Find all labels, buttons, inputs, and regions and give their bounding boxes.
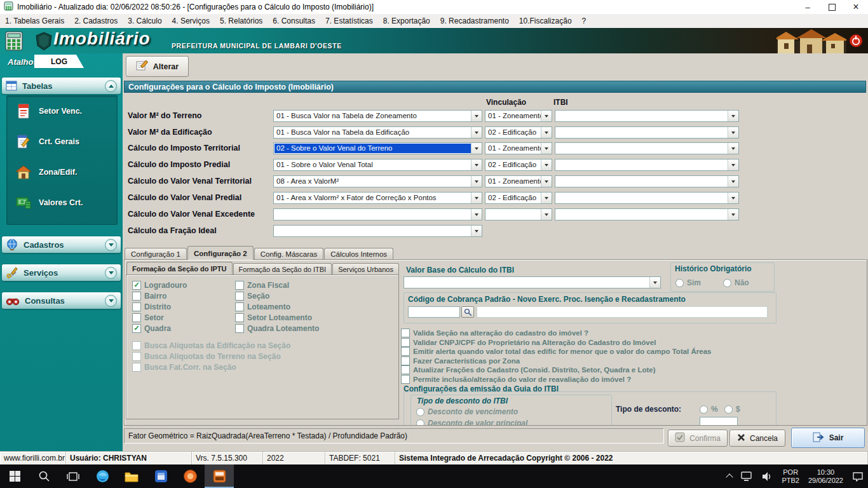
checkbox-bairro[interactable]: Bairro — [132, 292, 166, 301]
chevron-down-icon[interactable] — [471, 226, 482, 236]
checkbox-logradouro[interactable]: ✓Logradouro — [132, 281, 187, 290]
chevron-down-icon[interactable] — [471, 193, 482, 203]
radio-desconto-valor-principal[interactable]: Desconto de valor principal — [416, 419, 527, 426]
chevron-down-icon[interactable] — [471, 143, 482, 154]
menu-help[interactable]: ? — [577, 15, 592, 27]
chevron-down-icon[interactable] — [541, 127, 552, 138]
chevron-down-icon[interactable] — [728, 127, 738, 138]
checkbox-box[interactable] — [401, 338, 410, 347]
checkbox-box[interactable] — [401, 347, 410, 356]
menu-calculo[interactable]: 3. Cálculo — [123, 15, 166, 27]
checkbox-loteamento[interactable]: Loteamento — [235, 302, 290, 311]
sidebar-item-crt-gerais[interactable]: Crt. Gerais — [13, 133, 79, 151]
chevron-down-icon[interactable] — [541, 143, 552, 154]
checkbox-box[interactable] — [132, 352, 141, 361]
menu-recadastramento[interactable]: 9. Recadastramento — [435, 15, 514, 27]
chevron-up-icon[interactable] — [105, 80, 117, 92]
chevron-down-icon[interactable] — [471, 209, 482, 220]
app-blue-button[interactable] — [146, 464, 175, 488]
close-button[interactable]: × — [844, 0, 868, 14]
radio-percentual[interactable]: % — [700, 405, 718, 414]
itbi-dropdown[interactable] — [555, 159, 739, 171]
menu-exportacao[interactable]: 8. Exportação — [378, 15, 435, 27]
chevron-down-icon[interactable] — [728, 176, 738, 187]
checkbox-validar-cnpj-cpf[interactable]: Validar CNPJ/CPF do Proprietário na Alte… — [401, 338, 656, 347]
menu-consultas[interactable]: 6. Consultas — [268, 15, 320, 27]
radio-button[interactable] — [724, 405, 733, 414]
chevron-down-icon[interactable] — [541, 209, 552, 220]
edge-browser-button[interactable] — [88, 464, 117, 488]
value-dropdown[interactable]: 01 - Busca Valor na Tabela da Edificação — [273, 126, 482, 139]
itbi-dropdown[interactable] — [555, 142, 739, 154]
tab-configuracao-2[interactable]: Configuração 2 — [187, 246, 254, 260]
checkbox-secao[interactable]: Seção — [235, 292, 269, 301]
chevron-down-icon[interactable] — [471, 159, 482, 170]
checkbox-box[interactable] — [235, 324, 244, 333]
checkbox-box[interactable] — [132, 302, 141, 311]
chevron-down-icon[interactable] — [105, 239, 117, 251]
minimize-button[interactable]: – — [796, 0, 820, 14]
vinculacao-dropdown[interactable]: 01 - Zoneamento — [485, 142, 552, 154]
sair-button[interactable]: Sair — [791, 428, 865, 448]
radio-button[interactable] — [675, 279, 684, 287]
start-button[interactable] — [0, 464, 29, 488]
vinculacao-dropdown[interactable]: 02 - Edificação — [485, 192, 552, 204]
vinculacao-dropdown[interactable]: 01 - Zoneamento — [485, 110, 552, 122]
checkbox-box[interactable] — [235, 292, 244, 301]
checkbox-setor-loteamento[interactable]: Setor Loteamento — [235, 313, 312, 322]
language-indicator[interactable]: POR PTB2 — [777, 464, 804, 488]
sidebar-item-zona-edif[interactable]: Zona/Edif. — [13, 163, 77, 181]
log-tab[interactable]: LOG — [34, 55, 84, 68]
chevron-down-icon[interactable] — [541, 193, 552, 203]
sidebar-group-servicos[interactable]: Serviços — [2, 264, 121, 281]
network-icon[interactable] — [736, 464, 757, 488]
menu-tabelas-gerais[interactable]: 1. Tabelas Gerais — [0, 15, 69, 27]
codigo-cobranca-input[interactable] — [408, 306, 460, 318]
vinculacao-dropdown[interactable] — [485, 208, 552, 220]
chevron-down-icon[interactable] — [728, 159, 738, 170]
value-dropdown[interactable]: 01 - Sobre o Valor Venal Total — [273, 159, 482, 171]
checkbox-setor[interactable]: Setor — [132, 313, 164, 322]
checkbox-box[interactable] — [235, 281, 244, 290]
sidebar-item-valores-crt[interactable]: Valores Crt. — [13, 194, 83, 212]
sidebar-group-consultas[interactable]: Consultas — [2, 292, 121, 309]
chevron-down-icon[interactable] — [105, 295, 117, 307]
power-button[interactable] — [849, 34, 863, 50]
action-center-button[interactable] — [848, 464, 868, 488]
chevron-down-icon[interactable] — [471, 111, 482, 121]
confirma-button[interactable]: Confirma — [668, 430, 728, 447]
checkbox-emitir-alerta[interactable]: Emitir alerta quando valor total das edi… — [401, 347, 711, 356]
tab-configuracao-1[interactable]: Configuração 1 — [125, 248, 187, 260]
cancela-button[interactable]: Cancela — [729, 430, 785, 447]
menu-fiscalizacao[interactable]: 10.Fiscalização — [514, 15, 577, 27]
checkbox-quadra[interactable]: ✓Quadra — [132, 324, 171, 333]
volume-icon[interactable] — [757, 464, 777, 488]
alterar-button[interactable]: Alterar — [126, 56, 189, 77]
chevron-down-icon[interactable] — [541, 111, 552, 121]
chevron-down-icon[interactable] — [105, 267, 117, 279]
vinculacao-dropdown[interactable]: 02 - Edificação — [485, 126, 552, 139]
value-dropdown[interactable] — [273, 225, 482, 237]
value-dropdown[interactable]: 08 - Area x ValorM² — [273, 175, 482, 187]
value-dropdown[interactable]: 01 - Area x Valorm² x Fator de Correção … — [273, 192, 482, 204]
sidebar-group-cadastros[interactable]: Cadastros — [2, 236, 121, 253]
checkbox-box[interactable]: ✓ — [132, 281, 141, 290]
checkbox-box[interactable]: ✓ — [132, 324, 141, 333]
checkbox-box[interactable] — [132, 363, 141, 372]
checkbox-busca-aliquotas-terreno[interactable]: Busca Alíquotas do Terreno na Seção — [132, 352, 281, 361]
chevron-down-icon[interactable] — [728, 193, 738, 203]
value-dropdown-selected[interactable]: 02 - Sobre o Valor Venal do Terreno — [273, 142, 482, 154]
file-explorer-button[interactable] — [117, 464, 146, 488]
subtab-formacao-secao-itbi[interactable]: Formação da Seção do ITBI — [233, 263, 332, 274]
checkbox-box[interactable] — [401, 329, 410, 337]
value-dropdown[interactable] — [273, 208, 482, 220]
checkbox-caracteristicas-zona[interactable]: Fazer Características por Zona — [401, 356, 520, 365]
task-view-button[interactable] — [58, 464, 88, 488]
tab-config-mascaras[interactable]: Config. Máscaras — [254, 248, 323, 260]
checkbox-zona-fiscal[interactable]: Zona Fiscal — [235, 281, 289, 290]
itbi-dropdown[interactable] — [555, 175, 739, 187]
radio-button[interactable] — [700, 405, 708, 414]
checkbox-atualizar-fracoes[interactable]: Atualizar Frações do Cadastro (Consid. D… — [401, 365, 655, 374]
sidebar-item-setor-venc[interactable]: Setor Venc. — [13, 102, 82, 120]
chevron-down-icon[interactable] — [471, 127, 482, 138]
